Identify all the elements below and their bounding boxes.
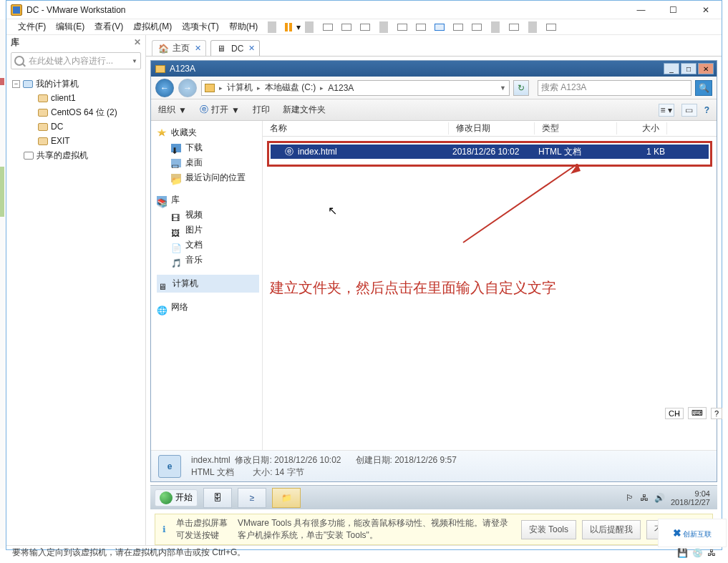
column-headers[interactable]: 名称 修改日期 类型 大小: [263, 121, 717, 137]
menu-view[interactable]: 查看(V): [90, 19, 127, 34]
tree-recent[interactable]: 📁最近访问的位置: [157, 170, 259, 185]
col-date[interactable]: 修改日期: [449, 122, 535, 134]
tab-home[interactable]: 🏠主页✕: [152, 40, 206, 56]
taskbar-explorer-icon[interactable]: 📁: [272, 488, 301, 508]
address-bar[interactable]: ▸ 计算机▸ 本地磁盘 (C:)▸ A123A ▼: [201, 80, 510, 96]
snapshot2-icon[interactable]: [339, 21, 354, 34]
tree-music[interactable]: 🎵音乐: [157, 253, 259, 268]
info-icon: ℹ: [162, 524, 166, 534]
explorer-tree: 收藏夹 ⬇下载 ▭桌面 📁最近访问的位置 📚库 🎞视频 🖼图片 📄文档 🎵音乐 …: [151, 121, 263, 450]
explorer-window: A123A _ □ ✕ ← → ▸ 计算机▸: [150, 60, 717, 482]
tree-videos[interactable]: 🎞视频: [157, 207, 259, 222]
maximize-button[interactable]: ☐: [657, 1, 689, 19]
menu-help[interactable]: 帮助(H): [225, 19, 263, 34]
exp-close-button[interactable]: ✕: [698, 63, 714, 74]
explorer-titlebar[interactable]: A123A _ □ ✕: [151, 61, 717, 77]
tree-computer[interactable]: 🖥计算机: [157, 275, 259, 293]
tray-sound-icon[interactable]: 🔊: [654, 493, 665, 503]
col-type[interactable]: 类型: [535, 122, 617, 134]
tree-shared[interactable]: 共享的虚拟机: [37, 148, 88, 162]
explorer-nav: ← → ▸ 计算机▸ 本地磁盘 (C:)▸ A123A ▼ ↻ 搜索 A123A: [151, 77, 717, 99]
view4-icon[interactable]: [451, 21, 465, 34]
col-size[interactable]: 大小: [617, 122, 667, 134]
tree-desktop[interactable]: ▭桌面: [157, 155, 259, 170]
remind-later-button[interactable]: 以后提醒我: [582, 520, 641, 539]
lang-help-icon[interactable]: ?: [711, 408, 722, 419]
preview-pane-button[interactable]: ▭: [681, 104, 697, 117]
tree-my-computer[interactable]: 我的计算机: [36, 77, 79, 91]
titlebar[interactable]: DC - VMware Workstation — ☐ ✕: [6, 1, 722, 19]
exp-min-button[interactable]: _: [664, 63, 679, 74]
view1-icon[interactable]: [395, 21, 409, 34]
tab-dc[interactable]: 🖥DC✕: [210, 40, 260, 56]
computer-icon: [23, 80, 33, 88]
folder-icon: [205, 84, 215, 92]
menu-vm[interactable]: 虚拟机(M): [129, 19, 176, 34]
view-mode-button[interactable]: ≡ ▾: [659, 104, 674, 117]
install-tools-button[interactable]: 安装 Tools: [521, 520, 576, 539]
close-button[interactable]: ✕: [689, 1, 722, 19]
tray-network-icon[interactable]: 🖧: [640, 493, 649, 503]
windows-orb-icon: [160, 491, 173, 504]
tray-clock[interactable]: 9:042018/12/27: [671, 489, 710, 506]
minimize-button[interactable]: —: [625, 1, 657, 19]
expand-icon[interactable]: −: [12, 80, 20, 88]
menu-file[interactable]: 文件(F): [14, 19, 50, 34]
lang-indicator[interactable]: CH: [665, 408, 684, 419]
snapshot3-icon[interactable]: [358, 21, 372, 34]
explorer-search[interactable]: 搜索 A123A: [538, 80, 691, 96]
favorites-node[interactable]: 收藏夹: [171, 125, 197, 140]
organize-button[interactable]: 组织 ▼: [158, 104, 187, 116]
unity-icon[interactable]: [507, 21, 521, 34]
view2-icon[interactable]: [414, 21, 428, 34]
exp-max-button[interactable]: □: [681, 63, 697, 74]
tray-flag-icon[interactable]: 🏳: [626, 493, 634, 503]
tree-downloads[interactable]: ⬇下载: [157, 140, 259, 155]
view3-icon[interactable]: [432, 21, 447, 34]
library-search[interactable]: 在此处键入内容进行... ▼: [11, 52, 141, 69]
status-net-icon[interactable]: 🖧: [707, 548, 716, 558]
guest-screen[interactable]: A123A _ □ ✕ ← → ▸ 计算机▸: [146, 57, 722, 545]
annotation-box: ⓔindex.html 2018/12/26 10:02 HTML 文档 1 K…: [267, 141, 712, 167]
menu-tabs[interactable]: 选项卡(T): [178, 19, 223, 34]
start-button[interactable]: 开始: [155, 489, 198, 506]
tree-network[interactable]: 🌐网络: [157, 300, 259, 315]
search-dropdown-icon[interactable]: ▼: [132, 58, 137, 64]
tree-pictures[interactable]: 🖼图片: [157, 222, 259, 238]
snapshot-icon[interactable]: [321, 21, 335, 34]
taskbar-powershell-icon[interactable]: ≥: [238, 488, 266, 508]
tab-close-icon[interactable]: ✕: [195, 44, 201, 53]
vm-dc[interactable]: DC: [51, 119, 63, 134]
help-icon[interactable]: ?: [704, 105, 709, 115]
libraries-node[interactable]: 库: [171, 192, 180, 207]
status-cd-icon[interactable]: 💿: [692, 548, 703, 558]
taskbar-server-icon[interactable]: 🗄: [203, 488, 232, 508]
guest-taskbar: 开始 🗄 ≥ 📁 🏳 🖧 🔊 9:042018/12/27: [150, 485, 717, 509]
extra-icon[interactable]: [544, 21, 558, 34]
search-button[interactable]: 🔍: [695, 80, 712, 96]
pause-button[interactable]: ▾: [283, 21, 298, 34]
open-button[interactable]: ⓔ 打开 ▼: [200, 104, 240, 116]
status-disk-icon[interactable]: 💾: [677, 548, 688, 558]
annotation-text: 建立文件夹，然后点击在里面输入自定义文字: [270, 278, 717, 298]
view5-icon[interactable]: [470, 21, 484, 34]
col-name[interactable]: 名称: [263, 122, 449, 134]
addr-dropdown-icon[interactable]: ▼: [500, 84, 506, 92]
library-close-icon[interactable]: ✕: [134, 37, 141, 47]
vm-exit[interactable]: EXIT: [51, 134, 70, 148]
vm-tab-icon: 🖥: [217, 44, 227, 54]
nav-fwd-button[interactable]: →: [178, 79, 197, 97]
tree-documents[interactable]: 📄文档: [157, 238, 259, 253]
refresh-button[interactable]: ↻: [513, 80, 529, 96]
tab-close-icon[interactable]: ✕: [248, 44, 255, 53]
vm-centos[interactable]: CentOS 64 位 (2): [51, 105, 117, 119]
keyboard-icon[interactable]: ⌨: [688, 407, 707, 419]
nav-back-button[interactable]: ←: [155, 79, 174, 97]
mouse-cursor-icon: ↖: [328, 204, 337, 217]
menu-edit[interactable]: 编辑(E): [52, 19, 89, 34]
vm-client1[interactable]: client1: [51, 91, 76, 105]
new-folder-button[interactable]: 新建文件夹: [283, 104, 326, 116]
tip-message: VMware Tools 具有很多功能，能改善鼠标移动性、视频和性能。请登录客户…: [238, 517, 511, 542]
file-row[interactable]: ⓔindex.html 2018/12/26 10:02 HTML 文档 1 K…: [271, 145, 709, 159]
print-button[interactable]: 打印: [253, 104, 270, 116]
